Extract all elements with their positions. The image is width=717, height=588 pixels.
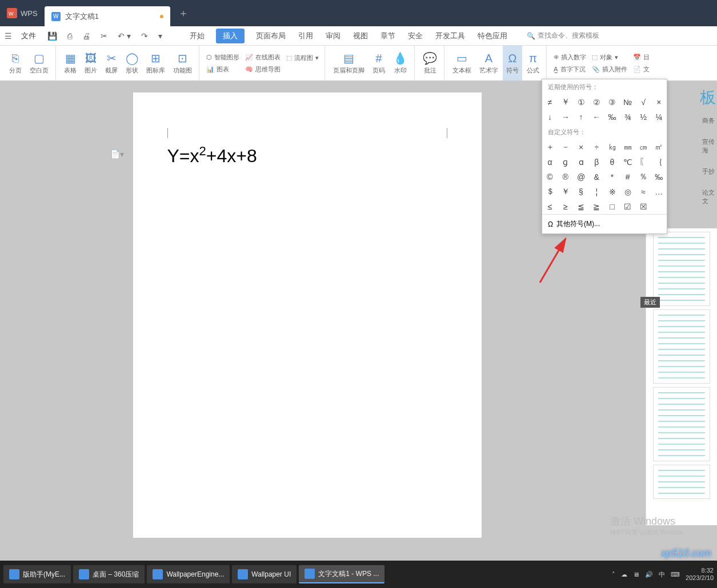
table-button[interactable]: ▦表格 — [61, 46, 80, 80]
menu-tab-特色应用[interactable]: 特色应用 — [476, 29, 508, 43]
wps-logo[interactable]: W WPS — [0, 8, 45, 18]
menu-tab-开发工具[interactable]: 开发工具 — [434, 29, 466, 43]
taskbar-item[interactable]: 版助手(MyE... — [3, 565, 71, 583]
document-tab[interactable]: W 文字文稿1 — [45, 6, 170, 26]
page-break-button[interactable]: ⎘分页 — [6, 46, 25, 80]
template-thumb[interactable] — [653, 387, 710, 461]
smartart-button[interactable]: ⬡ 智能图形 — [204, 52, 242, 63]
comment-button[interactable]: 💬批注 — [419, 46, 440, 80]
screenshot-button[interactable]: ✂截屏 — [102, 46, 121, 80]
symbol-cell[interactable]: @ — [574, 170, 589, 184]
symbol-cell[interactable]: # — [620, 170, 635, 184]
symbol-cell[interactable]: ￥ — [558, 95, 573, 110]
template-thumb[interactable] — [653, 309, 710, 384]
symbol-cell[interactable]: ① — [574, 95, 589, 110]
picture-button[interactable]: 🖼图片 — [81, 46, 101, 80]
header-footer-button[interactable]: ▤页眉和页脚 — [330, 46, 368, 80]
dropcap-button[interactable]: A̲ 首字下沉 — [551, 64, 588, 75]
symbol-cell[interactable]: ‰ — [604, 110, 620, 124]
feature-diagram-button[interactable]: ⊡功能图 — [170, 46, 195, 80]
symbol-cell[interactable]: ← — [589, 110, 604, 124]
symbol-cell[interactable]: ㎜ — [620, 140, 635, 155]
templates-panel[interactable] — [646, 228, 717, 525]
menu-tab-插入[interactable]: 插入 — [216, 29, 245, 43]
tray-ime[interactable]: 中 — [659, 570, 665, 579]
symbol-cell[interactable]: ↓ — [542, 110, 558, 124]
page[interactable]: 📄▾ Y=x2+4x+8 — [133, 92, 482, 538]
more-symbols-button[interactable]: Ω 其他符号(M)... — [542, 214, 667, 233]
tray-cloud-icon[interactable]: ☁ — [621, 571, 627, 578]
system-tray[interactable]: ˄ ☁ 🖥 🔊 中 ⌨ 8:32 2023/2/10 — [612, 567, 714, 582]
shapes-button[interactable]: ◯形状 — [122, 46, 142, 80]
right-tab[interactable]: 手抄 — [700, 165, 717, 178]
symbol-cell[interactable]: □ — [604, 199, 620, 214]
hamburger-icon[interactable]: ☰ — [5, 31, 12, 41]
symbol-button[interactable]: Ω符号 — [503, 46, 522, 80]
symbol-cell[interactable]: ｛ — [651, 155, 667, 170]
menu-tab-审阅[interactable]: 审阅 — [325, 29, 342, 43]
symbol-cell[interactable]: ℃ — [620, 155, 635, 170]
tray-keyboard-icon[interactable]: ⌨ — [671, 571, 680, 578]
symbol-cell[interactable]: ㎝ — [636, 140, 651, 155]
menu-tab-视图[interactable]: 视图 — [352, 29, 369, 43]
symbol-cell[interactable]: ＋ — [542, 140, 558, 155]
symbol-cell[interactable]: α — [542, 155, 558, 170]
symbol-cell[interactable]: ɑ — [574, 155, 589, 170]
text-button[interactable]: 📄 文 — [631, 64, 652, 75]
symbol-cell[interactable]: ≈ — [636, 184, 651, 199]
watermark-button[interactable]: 💧水印 — [390, 46, 411, 80]
textframe-button[interactable]: ▭文本框 — [449, 46, 475, 80]
template-thumb[interactable] — [653, 465, 710, 499]
print-preview-icon[interactable]: ⎙ — [65, 31, 74, 41]
symbol-cell[interactable]: ☑ — [620, 199, 635, 214]
symbol-cell[interactable]: ½ — [636, 110, 651, 124]
right-tab[interactable]: 宣传海 — [700, 135, 717, 157]
symbol-cell[interactable]: * — [604, 170, 620, 184]
symbol-cell[interactable]: ‰ — [651, 170, 667, 184]
symbol-cell[interactable]: ≥ — [558, 199, 573, 214]
symbol-cell[interactable]: β — [589, 155, 604, 170]
symbol-cell[interactable]: № — [620, 95, 635, 110]
symbol-cell[interactable] — [651, 199, 667, 214]
symbol-cell[interactable]: ※ — [604, 184, 620, 199]
menu-tab-页面布局[interactable]: 页面布局 — [255, 29, 287, 43]
symbol-cell[interactable]: θ — [604, 155, 620, 170]
format-painter-icon[interactable]: ▾ — [156, 31, 165, 41]
symbol-cell[interactable]: ＄ — [542, 184, 558, 199]
symbol-cell[interactable]: ¦ — [589, 184, 604, 199]
symbol-cell[interactable]: ≦ — [574, 199, 589, 214]
symbol-cell[interactable]: √ — [636, 95, 651, 110]
taskbar-item[interactable]: WallpaperEngine... — [147, 565, 230, 583]
symbol-cell[interactable]: … — [651, 184, 667, 199]
tray-monitor-icon[interactable]: 🖥 — [633, 571, 639, 578]
symbol-cell[interactable]: ② — [589, 95, 604, 110]
equation-button[interactable]: π公式 — [523, 46, 543, 80]
symbol-cell[interactable]: ≤ — [542, 199, 558, 214]
chart-button[interactable]: 📊 图表 — [204, 64, 242, 75]
taskbar-item[interactable]: 文字文稿1 - WPS ... — [299, 565, 384, 583]
symbol-cell[interactable]: ％ — [636, 170, 651, 184]
symbol-cell[interactable]: ㎏ — [604, 140, 620, 155]
menu-tab-开始[interactable]: 开始 — [189, 29, 206, 43]
symbol-cell[interactable]: ¾ — [620, 110, 635, 124]
symbol-cell[interactable]: © — [542, 170, 558, 184]
taskbar-item[interactable]: Wallpaper UI — [232, 565, 297, 583]
symbol-cell[interactable]: － — [558, 140, 573, 155]
taskbar-item[interactable]: 桌面 – 360压缩 — [73, 565, 145, 583]
new-tab-button[interactable]: ＋ — [170, 6, 197, 20]
mindmap-button[interactable]: 🧠 思维导图 — [243, 64, 283, 75]
symbol-cell[interactable]: 〖 — [636, 155, 651, 170]
wordart-button[interactable]: A艺术字 — [476, 46, 502, 80]
symbol-cell[interactable]: × — [651, 95, 667, 110]
object-button[interactable]: ⬚ 对象 ▾ — [590, 52, 630, 63]
tray-chevron[interactable]: ˄ — [612, 571, 615, 578]
symbol-cell[interactable]: & — [589, 170, 604, 184]
symbol-cell[interactable]: ☒ — [636, 199, 651, 214]
flow-button[interactable]: ⬚ 流程图 ▾ — [284, 53, 321, 63]
symbol-cell[interactable]: → — [558, 110, 573, 124]
blank-page-button[interactable]: ▢空白页 — [26, 46, 52, 80]
page-number-button[interactable]: #页码 — [369, 46, 388, 80]
cut-icon[interactable]: ✂ — [98, 31, 110, 41]
symbol-cell[interactable]: § — [574, 184, 589, 199]
menu-tab-安全[interactable]: 安全 — [407, 29, 424, 43]
